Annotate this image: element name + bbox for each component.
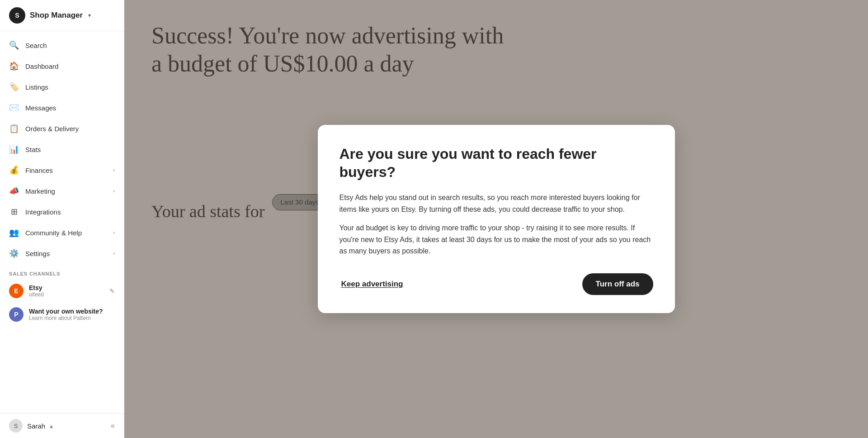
sidebar-item-stats[interactable]: 📊 Stats (0, 139, 124, 160)
modal-body-2: Your ad budget is key to driving more tr… (340, 222, 653, 257)
user-chevron: ▴ (50, 422, 53, 429)
community-icon: 👥 (9, 228, 19, 238)
modal-actions: Keep advertising Turn off ads (340, 273, 653, 295)
channel-icon-etsy: E (9, 284, 24, 298)
shop-manager-chevron: ▾ (88, 12, 91, 19)
sidebar-label-marketing: Marketing (25, 187, 107, 195)
sidebar-item-community[interactable]: 👥 Community & Help › (0, 222, 124, 243)
user-profile[interactable]: S Sarah ▴ (9, 419, 53, 433)
chevron-settings: › (113, 250, 115, 257)
chevron-marketing: › (113, 188, 115, 194)
marketing-icon: 📣 (9, 186, 19, 196)
sidebar-label-stats: Stats (25, 146, 115, 153)
sidebar-label-settings: Settings (25, 250, 107, 257)
main-content: Success! You're now advertising with a b… (124, 0, 868, 438)
shop-logo: S (9, 7, 25, 24)
modal-body-1: Etsy Ads help you stand out in search re… (340, 192, 653, 215)
sidebar-item-finances[interactable]: 💰 Finances › (0, 160, 124, 181)
finances-icon: 💰 (9, 165, 19, 175)
settings-icon: ⚙️ (9, 248, 19, 258)
chevron-community: › (113, 229, 115, 236)
stats-icon: 📊 (9, 144, 19, 154)
messages-icon: ✉️ (9, 103, 19, 113)
confirmation-modal: Are you sure you want to reach fewer buy… (318, 125, 675, 313)
avatar: S (9, 419, 23, 433)
sidebar-label-community: Community & Help (25, 229, 107, 237)
channel-sub-pattern: Learn more about Pattern (29, 315, 115, 321)
sidebar-label-messages: Messages (25, 104, 115, 112)
modal-title: Are you sure you want to reach fewer buy… (340, 145, 653, 181)
sidebar-item-marketing[interactable]: 📣 Marketing › (0, 181, 124, 201)
orders-icon: 📋 (9, 124, 19, 133)
user-name: Sarah (27, 422, 45, 430)
listings-icon: 🏷️ (9, 82, 19, 92)
shop-manager-header[interactable]: S Shop Manager ▾ (0, 0, 124, 31)
channel-pattern[interactable]: P Want your own website? Learn more abou… (0, 303, 124, 326)
channel-etsy[interactable]: E Etsy uifeed ✎ (0, 279, 124, 303)
sidebar-label-search: Search (25, 42, 115, 49)
chevron-finances: › (113, 167, 115, 173)
sidebar-footer: S Sarah ▴ « (0, 413, 124, 438)
sidebar-item-messages[interactable]: ✉️ Messages (0, 97, 124, 118)
turn-off-ads-button[interactable]: Turn off ads (582, 273, 653, 295)
sidebar-item-dashboard[interactable]: 🏠 Dashboard (0, 56, 124, 76)
channel-info-etsy: Etsy uifeed (29, 284, 104, 298)
collapse-sidebar-icon[interactable]: « (111, 422, 115, 430)
channel-name-pattern: Want your own website? (29, 308, 115, 315)
sidebar-nav: 🔍 Search 🏠 Dashboard 🏷️ Listings ✉️ Mess… (0, 31, 124, 413)
channel-edit-etsy[interactable]: ✎ (109, 287, 115, 295)
sidebar-label-dashboard: Dashboard (25, 62, 115, 70)
integrations-icon: ⊞ (9, 207, 19, 217)
sidebar-item-settings[interactable]: ⚙️ Settings › (0, 243, 124, 264)
channel-sub-etsy: uifeed (29, 291, 104, 298)
sidebar: S Shop Manager ▾ 🔍 Search 🏠 Dashboard 🏷️… (0, 0, 124, 438)
modal-overlay: Are you sure you want to reach fewer buy… (124, 0, 868, 438)
channel-info-pattern: Want your own website? Learn more about … (29, 308, 115, 321)
sidebar-label-integrations: Integrations (25, 208, 115, 216)
sidebar-item-listings[interactable]: 🏷️ Listings (0, 76, 124, 97)
channel-icon-pattern: P (9, 307, 24, 322)
sales-channels-heading: SALES CHANNELS (0, 264, 124, 279)
search-icon: 🔍 (9, 40, 19, 50)
sidebar-item-search[interactable]: 🔍 Search (0, 35, 124, 56)
sidebar-label-listings: Listings (25, 83, 115, 91)
sidebar-item-integrations[interactable]: ⊞ Integrations (0, 201, 124, 222)
shop-manager-title: Shop Manager (30, 11, 83, 20)
sidebar-item-orders[interactable]: 📋 Orders & Delivery (0, 118, 124, 139)
dashboard-icon: 🏠 (9, 61, 19, 71)
channel-name-etsy: Etsy (29, 284, 104, 291)
sidebar-label-orders: Orders & Delivery (25, 125, 115, 133)
keep-advertising-button[interactable]: Keep advertising (340, 275, 405, 293)
sidebar-label-finances: Finances (25, 167, 107, 174)
